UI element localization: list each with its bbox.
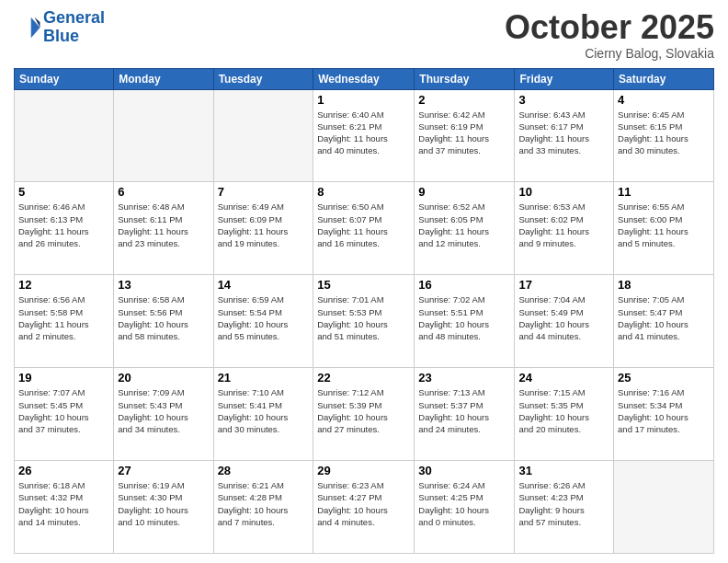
weekday-header-saturday: Saturday [614,68,714,89]
day-info: Sunrise: 7:13 AM Sunset: 5:37 PM Dayligh… [418,386,510,435]
day-info: Sunrise: 7:07 AM Sunset: 5:45 PM Dayligh… [18,386,109,435]
day-info: Sunrise: 6:48 AM Sunset: 6:11 PM Dayligh… [118,201,209,249]
weekday-header-monday: Monday [114,68,213,89]
day-info: Sunrise: 6:59 AM Sunset: 5:54 PM Dayligh… [218,293,310,342]
day-number: 25 [618,371,710,385]
day-cell: 29Sunrise: 6:23 AM Sunset: 4:27 PM Dayli… [313,461,415,554]
day-info: Sunrise: 6:21 AM Sunset: 4:28 PM Dayligh… [218,479,310,528]
week-row-5: 26Sunrise: 6:18 AM Sunset: 4:32 PM Dayli… [15,461,714,554]
day-info: Sunrise: 7:05 AM Sunset: 5:47 PM Dayligh… [618,293,710,342]
week-row-1: 1Sunrise: 6:40 AM Sunset: 6:21 PM Daylig… [15,89,714,182]
weekday-header-sunday: Sunday [15,68,114,89]
weekday-header-row: SundayMondayTuesdayWednesdayThursdayFrid… [15,68,714,89]
day-info: Sunrise: 6:58 AM Sunset: 5:56 PM Dayligh… [118,293,209,342]
day-info: Sunrise: 7:02 AM Sunset: 5:51 PM Dayligh… [418,293,510,342]
day-cell: 15Sunrise: 7:01 AM Sunset: 5:53 PM Dayli… [313,275,415,368]
day-number: 11 [618,185,710,199]
day-cell: 19Sunrise: 7:07 AM Sunset: 5:45 PM Dayli… [15,368,114,461]
day-cell: 8Sunrise: 6:50 AM Sunset: 6:07 PM Daylig… [313,182,415,275]
day-info: Sunrise: 6:24 AM Sunset: 4:25 PM Dayligh… [418,479,510,528]
day-number: 13 [118,278,209,292]
day-number: 27 [118,464,209,477]
logo-icon [14,14,41,41]
day-number: 6 [118,185,209,199]
day-cell: 22Sunrise: 7:12 AM Sunset: 5:39 PM Dayli… [313,368,415,461]
day-info: Sunrise: 7:09 AM Sunset: 5:43 PM Dayligh… [118,386,209,435]
day-info: Sunrise: 7:16 AM Sunset: 5:34 PM Dayligh… [618,386,710,435]
day-number: 20 [118,371,209,385]
day-info: Sunrise: 6:19 AM Sunset: 4:30 PM Dayligh… [118,479,209,528]
day-cell: 12Sunrise: 6:56 AM Sunset: 5:58 PM Dayli… [15,275,114,368]
weekday-header-tuesday: Tuesday [213,68,313,89]
location: Cierny Balog, Slovakia [505,46,714,61]
day-info: Sunrise: 7:04 AM Sunset: 5:49 PM Dayligh… [518,293,609,342]
day-number: 16 [418,278,510,292]
day-info: Sunrise: 6:56 AM Sunset: 5:58 PM Dayligh… [18,293,109,342]
day-number: 4 [618,93,710,107]
day-cell: 14Sunrise: 6:59 AM Sunset: 5:54 PM Dayli… [213,275,313,368]
day-info: Sunrise: 6:26 AM Sunset: 4:23 PM Dayligh… [518,479,609,528]
day-cell [213,89,313,182]
day-info: Sunrise: 6:23 AM Sunset: 4:27 PM Dayligh… [317,479,410,528]
day-info: Sunrise: 6:52 AM Sunset: 6:05 PM Dayligh… [418,201,510,249]
weekday-header-thursday: Thursday [415,68,515,89]
logo-text: General Blue [43,9,105,46]
day-info: Sunrise: 6:18 AM Sunset: 4:32 PM Dayligh… [18,479,109,528]
day-cell: 26Sunrise: 6:18 AM Sunset: 4:32 PM Dayli… [15,461,114,554]
day-info: Sunrise: 6:53 AM Sunset: 6:02 PM Dayligh… [518,201,609,249]
day-number: 3 [518,93,609,107]
day-cell: 11Sunrise: 6:55 AM Sunset: 6:00 PM Dayli… [614,182,714,275]
week-row-3: 12Sunrise: 6:56 AM Sunset: 5:58 PM Dayli… [15,275,714,368]
day-cell: 30Sunrise: 6:24 AM Sunset: 4:25 PM Dayli… [415,461,515,554]
day-cell: 25Sunrise: 7:16 AM Sunset: 5:34 PM Dayli… [614,368,714,461]
day-cell: 1Sunrise: 6:40 AM Sunset: 6:21 PM Daylig… [313,89,415,182]
day-cell: 20Sunrise: 7:09 AM Sunset: 5:43 PM Dayli… [114,368,213,461]
day-number: 29 [317,464,410,477]
day-cell: 17Sunrise: 7:04 AM Sunset: 5:49 PM Dayli… [515,275,614,368]
day-cell [614,461,714,554]
day-info: Sunrise: 6:42 AM Sunset: 6:19 PM Dayligh… [418,109,510,157]
title-block: October 2025 Cierny Balog, Slovakia [505,9,714,61]
day-cell: 2Sunrise: 6:42 AM Sunset: 6:19 PM Daylig… [415,89,515,182]
day-cell: 4Sunrise: 6:45 AM Sunset: 6:15 PM Daylig… [614,89,714,182]
month-title: October 2025 [505,9,714,46]
day-number: 28 [218,464,310,477]
week-row-2: 5Sunrise: 6:46 AM Sunset: 6:13 PM Daylig… [15,182,714,275]
day-number: 12 [18,278,109,292]
day-number: 24 [518,371,609,385]
day-info: Sunrise: 7:15 AM Sunset: 5:35 PM Dayligh… [518,386,609,435]
day-cell: 24Sunrise: 7:15 AM Sunset: 5:35 PM Dayli… [515,368,614,461]
day-number: 9 [418,185,510,199]
day-number: 14 [218,278,310,292]
day-number: 1 [317,93,410,107]
day-cell: 9Sunrise: 6:52 AM Sunset: 6:05 PM Daylig… [415,182,515,275]
day-cell: 21Sunrise: 7:10 AM Sunset: 5:41 PM Dayli… [213,368,313,461]
day-cell: 31Sunrise: 6:26 AM Sunset: 4:23 PM Dayli… [515,461,614,554]
day-number: 26 [18,464,109,477]
day-info: Sunrise: 6:45 AM Sunset: 6:15 PM Dayligh… [618,109,710,157]
day-info: Sunrise: 7:12 AM Sunset: 5:39 PM Dayligh… [317,386,410,435]
day-cell: 6Sunrise: 6:48 AM Sunset: 6:11 PM Daylig… [114,182,213,275]
day-cell: 5Sunrise: 6:46 AM Sunset: 6:13 PM Daylig… [15,182,114,275]
calendar-table: SundayMondayTuesdayWednesdayThursdayFrid… [14,68,714,554]
day-cell: 28Sunrise: 6:21 AM Sunset: 4:28 PM Dayli… [213,461,313,554]
day-number: 23 [418,371,510,385]
day-number: 30 [418,464,510,477]
day-cell: 7Sunrise: 6:49 AM Sunset: 6:09 PM Daylig… [213,182,313,275]
day-number: 17 [518,278,609,292]
day-cell: 18Sunrise: 7:05 AM Sunset: 5:47 PM Dayli… [614,275,714,368]
svg-marker-0 [31,17,40,39]
day-cell [114,89,213,182]
day-cell [15,89,114,182]
day-number: 5 [18,185,109,199]
day-number: 31 [518,464,609,477]
day-number: 10 [518,185,609,199]
day-number: 21 [218,371,310,385]
day-info: Sunrise: 7:01 AM Sunset: 5:53 PM Dayligh… [317,293,410,342]
weekday-header-friday: Friday [515,68,614,89]
day-info: Sunrise: 6:55 AM Sunset: 6:00 PM Dayligh… [618,201,710,249]
day-number: 22 [317,371,410,385]
day-cell: 10Sunrise: 6:53 AM Sunset: 6:02 PM Dayli… [515,182,614,275]
day-number: 18 [618,278,710,292]
weekday-header-wednesday: Wednesday [313,68,415,89]
